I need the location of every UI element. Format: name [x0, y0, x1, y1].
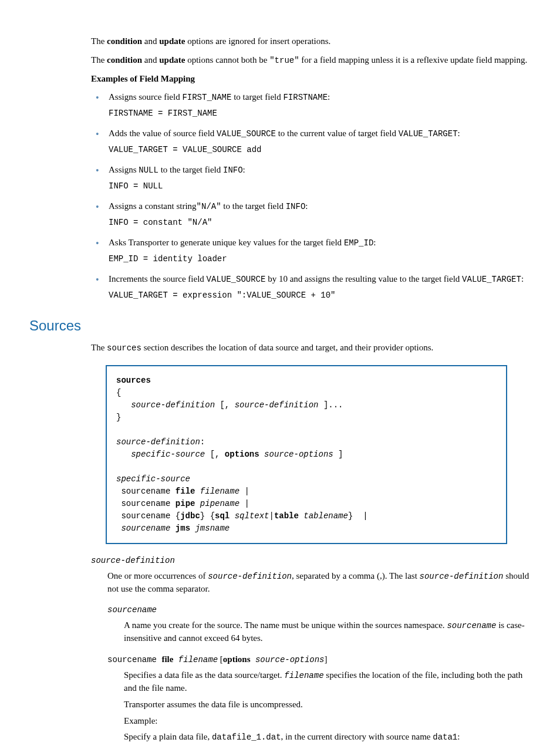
text: Increments the source field: [109, 274, 207, 283]
term-sourcename: sourcename: [107, 604, 531, 616]
syntax-ital: sqltext: [235, 511, 269, 521]
text: to target field: [231, 92, 283, 102]
syntax-text: sourcename: [116, 487, 176, 496]
code-inline: VALUE_SOURCE: [217, 129, 276, 139]
examples-list: Assigns source field FIRST_NAME to targe…: [91, 91, 531, 301]
code-inline: "N/A": [197, 202, 221, 211]
text: [173, 655, 178, 664]
syntax-text: :: [200, 437, 205, 447]
syntax-ital: sourcename: [121, 524, 170, 533]
code-inline: NULL: [139, 166, 158, 175]
text: to the target field: [221, 201, 286, 211]
syntax-text: |: [269, 511, 274, 521]
text-bold: update: [159, 36, 185, 46]
text: Specify a plain data file,: [124, 732, 212, 741]
code-line: EMP_ID = identity loader: [109, 253, 531, 265]
syntax-text: sourcename: [116, 499, 176, 508]
text: to the target field: [158, 165, 223, 174]
code-inline: FIRST_NAME: [182, 93, 231, 102]
syntax-ital: specific-source: [131, 450, 205, 459]
code-inline: INFO: [286, 202, 306, 211]
text: Transporter assumes the data file is unc…: [124, 698, 531, 711]
code-inline: filename: [284, 671, 323, 680]
intro-paragraph-1: The condition and update options are ign…: [91, 35, 531, 48]
text: Assigns: [109, 165, 139, 174]
text: :: [328, 92, 330, 102]
syntax-keyword: jdbc: [180, 511, 200, 521]
list-item: Assigns NULL to the target field INFO: I…: [91, 164, 531, 192]
text-bold: update: [159, 55, 185, 65]
code-inline: data1: [433, 733, 457, 742]
text: sourcename: [107, 655, 161, 664]
text: Specifies a data file as the data source…: [124, 670, 284, 680]
text-ital: source-options: [255, 655, 325, 664]
text: :: [305, 201, 308, 211]
syntax-text: |: [239, 499, 249, 508]
syntax-keyword: table: [274, 511, 299, 521]
code-inline: FIRSTNAME: [283, 93, 328, 102]
text: by 10 and assigns the resulting value to…: [265, 274, 462, 283]
syntax-text: {: [116, 388, 121, 397]
text-bold: options: [223, 654, 251, 664]
syntax-text: [170, 524, 175, 533]
text: The: [91, 343, 107, 352]
code-inline: EMP_ID: [344, 238, 373, 248]
text: :: [373, 238, 376, 247]
list-item: Assigns a constant string"N/A" to the ta…: [91, 200, 531, 228]
code-line: INFO = NULL: [109, 180, 531, 192]
text: A name you create for the source. The na…: [124, 620, 447, 630]
list-item: Assigns source field FIRST_NAME to targe…: [91, 91, 531, 119]
code-inline: INFO: [223, 166, 243, 175]
code-inline: sourcename: [447, 621, 496, 630]
code-line: FIRSTNAME = FIRST_NAME: [109, 107, 531, 119]
syntax-text: [195, 499, 200, 508]
text: options are ignored for insert operation…: [185, 36, 330, 46]
code-inline: VALUE_TARGET: [399, 129, 458, 139]
section-heading-sources: Sources: [29, 316, 531, 336]
text: Assigns a constant string: [109, 201, 197, 211]
text: and: [142, 36, 159, 46]
text: to the current value of target field: [276, 129, 399, 138]
text: :: [457, 732, 460, 741]
list-item: Increments the source field VALUE_SOURCE…: [91, 273, 531, 301]
code-inline: datafile_1.dat: [212, 733, 281, 742]
text-bold: condition: [107, 55, 142, 65]
text: :: [243, 165, 245, 174]
text: Asks Transporter to generate unique key …: [109, 238, 344, 247]
syntax-text: } |: [348, 511, 368, 521]
code-inline: VALUE_TARGET: [462, 275, 521, 284]
list-item: Asks Transporter to generate unique key …: [91, 237, 531, 265]
code-line: VALUE_TARGET = expression ":VALUE_SOURCE…: [109, 289, 531, 301]
code-line: VALUE_TARGET = VALUE_SOURCE add: [109, 144, 531, 156]
text: ]: [325, 654, 328, 664]
syntax-text: [,: [215, 400, 235, 410]
syntax-text: [230, 511, 234, 521]
sources-intro: The sources section describes the locati…: [91, 342, 531, 355]
syntax-ital: specific-source: [116, 474, 190, 484]
syntax-text: [259, 450, 264, 459]
term-sourcename-file: sourcename file filename [options source…: [107, 653, 531, 666]
def-sourcename: A name you create for the source. The na…: [124, 619, 531, 645]
def-sourcename-file: Specifies a data file as the data source…: [124, 669, 531, 746]
text: [: [218, 654, 223, 664]
syntax-keyword: pipe: [176, 499, 195, 508]
syntax-keyword: options: [225, 450, 259, 459]
code-inline: sources: [107, 343, 141, 353]
code-inline: source-definition: [420, 572, 504, 581]
text: :: [521, 274, 524, 283]
syntax-ital: filename: [200, 487, 239, 496]
syntax-text: }: [116, 413, 121, 422]
code-inline: source-definition: [208, 572, 292, 581]
term-source-definition: source-definition: [91, 555, 531, 566]
text: Example:: [124, 715, 531, 728]
text: The: [91, 36, 107, 46]
code-inline: VALUE_SOURCE: [207, 275, 266, 284]
syntax-keyword: sources: [116, 376, 151, 385]
list-item: Adds the value of source field VALUE_SOU…: [91, 127, 531, 156]
definition-list: source-definition One or more occurrence…: [91, 555, 531, 746]
text: Assigns source field: [109, 92, 182, 102]
text-ital: filename: [178, 655, 218, 664]
intro-paragraph-2: The condition and update options cannot …: [91, 54, 531, 67]
text: for a field mapping unless it is a refle…: [299, 55, 528, 65]
code-line: INFO = constant "N/A": [109, 217, 531, 228]
